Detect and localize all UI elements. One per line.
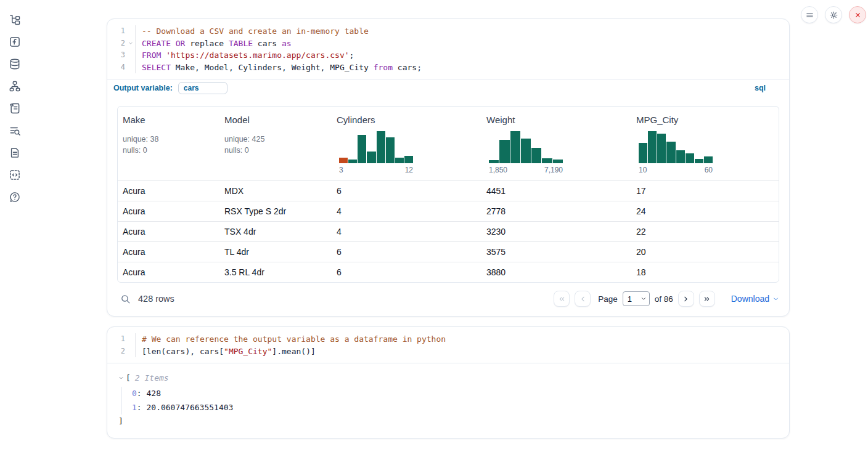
table-cell: TL 4dr — [219, 241, 332, 262]
histogram — [639, 131, 713, 163]
histogram-axis-labels: 312 — [339, 166, 413, 174]
page-select[interactable]: 1 — [623, 291, 650, 306]
code-text: FROM 'https://datasets.marimo.app/cars.c… — [136, 49, 354, 62]
sidebar-item-variables[interactable] — [9, 36, 21, 48]
table-cell: 20 — [631, 241, 779, 262]
axis-min-label: 10 — [639, 166, 647, 174]
code-line[interactable]: 4SELECT Make, Model, Cylinders, Weight, … — [107, 62, 789, 74]
close-icon — [853, 10, 862, 20]
table-cell: 3.5 RL 4dr — [219, 262, 332, 282]
histogram-bar — [676, 150, 685, 163]
sidebar-item-help[interactable] — [9, 191, 21, 203]
document-icon — [9, 147, 21, 159]
chevron-right-icon — [682, 295, 690, 303]
column-header-make[interactable]: Makeunique: 38nulls: 0 — [118, 107, 219, 180]
tree-toggle[interactable]: [2 Items — [118, 373, 778, 382]
table-cell: 17 — [631, 180, 779, 201]
histogram-bar — [348, 160, 357, 163]
output-variable-input[interactable] — [178, 82, 227, 94]
gutter: 2 — [107, 38, 136, 50]
code-line[interactable]: 2CREATE OR replace TABLE cars as — [107, 38, 789, 50]
column-header-cylinders[interactable]: Cylinders312 — [332, 107, 481, 180]
python-output: [2 Items0: 4281: 20.060747663551403] — [107, 363, 789, 438]
code-text: # We can reference the output variable a… — [136, 333, 446, 346]
chevron-left-icon — [579, 295, 587, 303]
prev-page-button[interactable] — [575, 291, 591, 307]
item-key: 1 — [132, 403, 137, 412]
column-header-weight[interactable]: Weight1,8507,190 — [481, 107, 631, 180]
open-bracket: [ — [126, 373, 131, 382]
table-cell: TSX 4dr — [219, 221, 332, 241]
sidebar-item-logs[interactable] — [9, 124, 21, 137]
notebook-menu-button[interactable] — [801, 6, 818, 23]
axis-max-label: 7,190 — [544, 166, 563, 174]
page-select-value: 1 — [628, 294, 632, 304]
column-label: Cylinders — [337, 115, 477, 125]
sidebar-item-snippets[interactable] — [9, 169, 21, 181]
search-list-icon — [9, 124, 21, 137]
next-page-button[interactable] — [678, 291, 694, 307]
gutter: 3 — [107, 49, 136, 62]
table-cell: Acura — [118, 221, 219, 241]
result-table: Makeunique: 38nulls: 0Modelunique: 425nu… — [117, 106, 779, 283]
column-stats: unique: 425nulls: 0 — [224, 134, 327, 156]
column-stat: nulls: 0 — [123, 145, 215, 156]
page-total-label: of 86 — [655, 294, 673, 304]
table-cell: Acura — [118, 262, 219, 282]
histogram-bar — [657, 134, 666, 163]
histogram-bar — [704, 156, 713, 163]
scroll-icon — [9, 102, 21, 115]
row-count: 428 rows — [138, 294, 174, 304]
shutdown-button[interactable] — [849, 6, 866, 23]
histogram-bar — [542, 158, 552, 163]
table-cell: 22 — [631, 221, 779, 241]
axis-min-label: 3 — [339, 166, 343, 174]
help-bubble-icon — [9, 191, 21, 203]
table-footer: 428 rows Page 1 of 86 — [107, 283, 789, 316]
sidebar-item-scratchpad[interactable] — [9, 102, 21, 115]
axis-max-label: 12 — [405, 166, 413, 174]
column-header-mpg_city[interactable]: MPG_City1060 — [631, 107, 779, 180]
histogram — [489, 131, 563, 163]
search-icon[interactable] — [120, 294, 131, 304]
line-number: 1 — [107, 333, 126, 346]
gutter: 1 — [107, 333, 136, 346]
last-page-button[interactable] — [699, 291, 715, 307]
histogram-bar — [648, 131, 657, 163]
sidebar-item-dependency-graph[interactable] — [9, 80, 21, 92]
table-cell: Acura — [118, 180, 219, 201]
column-stat: unique: 425 — [224, 134, 327, 145]
gutter: 1 — [107, 25, 136, 38]
histogram-bar — [499, 140, 509, 163]
table-cell: RSX Type S 2dr — [219, 201, 332, 221]
pagination: Page 1 of 86 Download — [554, 291, 779, 307]
sidebar-item-datasources[interactable] — [9, 58, 21, 70]
code-line[interactable]: 2[len(cars), cars["MPG_City"].mean()] — [107, 346, 789, 358]
sidebar-item-file-explorer[interactable] — [9, 14, 21, 26]
sql-code-editor[interactable]: 1-- Download a CSV and create an in-memo… — [107, 19, 789, 79]
close-bracket: ] — [118, 416, 778, 426]
axis-min-label: 1,850 — [489, 166, 507, 174]
column-label: Make — [123, 115, 215, 125]
first-page-button[interactable] — [554, 291, 570, 307]
sidebar-item-documentation[interactable] — [9, 147, 21, 159]
table-cell: 4451 — [481, 180, 631, 201]
topbar — [801, 6, 866, 23]
chevron-down-icon — [772, 296, 779, 302]
items-summary: 2 Items — [135, 373, 169, 382]
item-colon: : — [137, 389, 147, 398]
settings-button[interactable] — [825, 6, 842, 23]
fold-toggle-icon[interactable] — [126, 41, 135, 46]
code-line[interactable]: 1# We can reference the output variable … — [107, 333, 789, 346]
python-code-editor[interactable]: 1# We can reference the output variable … — [107, 327, 789, 363]
histogram-bar — [686, 153, 694, 163]
table-cell: MDX — [219, 180, 332, 201]
column-header-model[interactable]: Modelunique: 425nulls: 0 — [219, 107, 332, 180]
file-tree-icon — [9, 14, 21, 26]
histogram-bar — [553, 160, 563, 163]
code-line[interactable]: 1-- Download a CSV and create an in-memo… — [107, 25, 789, 38]
code-line[interactable]: 3FROM 'https://datasets.marimo.app/cars.… — [107, 49, 789, 62]
download-button[interactable]: Download — [731, 294, 779, 304]
database-icon — [9, 58, 21, 70]
column-stat: unique: 38 — [123, 134, 215, 145]
